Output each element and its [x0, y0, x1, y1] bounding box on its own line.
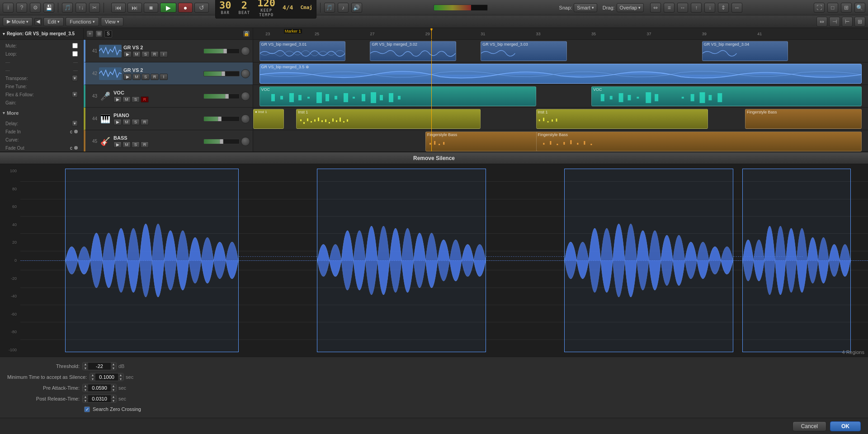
tuner-btn[interactable]: 🎵 — [324, 3, 335, 13]
delay-dropdown[interactable] — [72, 120, 78, 127]
save-btn[interactable]: 💾 — [43, 3, 54, 13]
region-41-4[interactable]: GR VS_bip merged_3.04 — [702, 41, 788, 61]
fit-btn[interactable]: ⇔ — [816, 17, 827, 27]
flex-btn[interactable]: ⇔ — [650, 3, 661, 13]
view-btn[interactable]: View — [101, 17, 123, 26]
track-45-pan[interactable] — [241, 137, 250, 146]
region-43-1[interactable]: VOC — [259, 86, 536, 106]
cycle-btn[interactable]: ↺ — [194, 3, 209, 13]
min-time-up[interactable]: ▲ — [90, 373, 95, 377]
track-44-pan[interactable] — [241, 114, 250, 123]
flex-follow-dropdown[interactable] — [72, 91, 78, 98]
track-41-volume[interactable] — [203, 48, 240, 54]
track-41-input[interactable]: I — [160, 51, 168, 57]
track-43-record[interactable]: R — [141, 96, 149, 103]
region-41-1[interactable]: GR VS_bip merged_3.01 — [259, 41, 345, 61]
track-45-lane[interactable]: Fingerstyle Bass Fingerstyle Bass — [253, 130, 868, 152]
track-43-solo[interactable]: S — [132, 96, 140, 103]
post-release-input[interactable] — [88, 396, 111, 401]
join-btn[interactable]: ⊢ — [842, 17, 853, 27]
window-btn[interactable]: □ — [827, 3, 838, 13]
snap-dropdown[interactable]: Smart — [574, 3, 597, 12]
region-43-2[interactable]: VOC — [591, 86, 862, 106]
transpose-dropdown[interactable] — [72, 75, 78, 81]
region-42-main[interactable]: GR VS_bip merged_3.5 ⊕ — [259, 64, 862, 84]
region-41-2[interactable]: GR VS_bip merged_3.02 — [370, 41, 456, 61]
record-btn[interactable]: ● — [178, 3, 193, 13]
loop-checkbox[interactable] — [72, 51, 78, 57]
region-44-2[interactable]: Inst 1 — [536, 109, 708, 129]
track-41-mute[interactable]: M — [132, 51, 141, 57]
track-42-record[interactable]: R — [151, 74, 159, 80]
track-45-solo[interactable]: S — [132, 142, 140, 148]
pre-attack-spinner[interactable]: ▲ ▼ ▲ ▼ — [82, 384, 117, 392]
expand-btn[interactable]: ⇕ — [718, 3, 729, 13]
track-44-record[interactable]: R — [141, 119, 149, 125]
region-41-3[interactable]: GR VS_bip merged_3.03 — [481, 41, 566, 61]
threshold-up[interactable]: ▲ — [83, 362, 88, 366]
region-44-0[interactable]: ● Inst 1 — [253, 109, 284, 129]
tune-btn[interactable]: ↑↓ — [75, 3, 86, 13]
track-42-power[interactable]: ▶ — [123, 74, 132, 80]
ok-btn[interactable]: OK — [830, 421, 861, 431]
nudge-btn[interactable]: ↔ — [677, 3, 688, 13]
threshold-arrows2[interactable]: ▲ ▼ — [111, 362, 116, 370]
pre-attack-arrows[interactable]: ▲ ▼ — [83, 384, 88, 392]
track-44-mute[interactable]: M — [123, 119, 131, 125]
min-time-input[interactable] — [95, 374, 118, 380]
min-time-down[interactable]: ▼ — [90, 377, 95, 381]
mute-checkbox[interactable] — [72, 43, 78, 48]
arrow-down-btn[interactable]: ↓ — [704, 3, 715, 13]
post-release-up[interactable]: ▲ — [83, 395, 88, 399]
arrow-up-btn[interactable]: ↑ — [691, 3, 702, 13]
pre-attack-input[interactable] — [88, 385, 111, 391]
lock-btn[interactable]: 🔒 — [243, 30, 250, 38]
track-41-power[interactable]: ▶ — [123, 51, 132, 57]
region-44-3[interactable]: Fingerstyle Bass — [745, 109, 862, 129]
track-41-pan[interactable] — [241, 47, 250, 56]
track-45-volume[interactable] — [203, 139, 240, 144]
edit-btn[interactable]: Edit — [43, 17, 64, 26]
region-45-2[interactable]: Fingerstyle Bass — [536, 132, 862, 151]
post-release-down2[interactable]: ▼ — [111, 399, 116, 403]
track-45-mute[interactable]: M — [123, 142, 131, 148]
track-43-power[interactable]: ▶ — [113, 96, 122, 103]
threshold-spinner[interactable]: ▲ ▼ ▲ ▼ — [82, 362, 117, 370]
fast-forward-btn[interactable]: ⏭ — [127, 3, 142, 13]
pre-attack-down[interactable]: ▼ — [83, 388, 88, 392]
stop-btn[interactable]: ■ — [144, 3, 158, 13]
metronome-btn[interactable]: 🎵 — [62, 3, 73, 13]
post-release-down[interactable]: ▼ — [83, 399, 88, 403]
track-42-solo[interactable]: S — [142, 74, 150, 80]
split-btn[interactable]: ⊣ — [829, 17, 840, 27]
track-41-lane[interactable]: GR VS_bip merged_3.01 GR VS_bip merged_3… — [253, 40, 868, 62]
track-43-volume[interactable] — [203, 94, 240, 99]
functions-btn[interactable]: Functions — [66, 17, 99, 26]
back-btn[interactable]: ◀ — [34, 18, 42, 25]
track-43-lane[interactable]: VOC — [253, 85, 868, 108]
pre-attack-up[interactable]: ▲ — [83, 384, 88, 388]
settings-btn[interactable]: ⚙ — [30, 3, 41, 13]
min-time-spinner[interactable]: ▲ ▼ ▲ ▼ — [90, 373, 124, 381]
track-44-lane[interactable]: ● Inst 1 Inst 1 — [253, 108, 868, 130]
threshold-down[interactable]: ▼ — [83, 366, 88, 370]
post-release-spinner[interactable]: ▲ ▼ ▲ ▼ — [82, 395, 117, 403]
track-42-lane[interactable]: GR VS_bip merged_3.5 ⊕ — [253, 62, 868, 85]
track-44-power[interactable]: ▶ — [113, 119, 122, 125]
post-release-arrows[interactable]: ▲ ▼ — [83, 395, 88, 403]
piano-btn[interactable]: ♪ — [338, 3, 349, 13]
threshold-arrows[interactable]: ▲ ▼ — [83, 362, 88, 370]
track-45-record[interactable]: R — [141, 142, 149, 148]
add-track-btn[interactable]: + — [86, 30, 94, 38]
track-43-mute[interactable]: M — [123, 96, 131, 103]
threshold-up2[interactable]: ▲ — [111, 362, 116, 366]
track-options-btn[interactable]: ⊞ — [95, 30, 103, 38]
min-time-down2[interactable]: ▼ — [118, 377, 123, 381]
track-42-mute[interactable]: M — [132, 74, 141, 80]
fade-in-toggle[interactable] — [74, 130, 78, 133]
pre-attack-down2[interactable]: ▼ — [111, 388, 116, 392]
min-time-arrows[interactable]: ▲ ▼ — [90, 373, 95, 381]
more-section[interactable]: More — [0, 108, 83, 118]
track-42-pan[interactable] — [241, 69, 250, 78]
track-44-solo[interactable]: S — [132, 119, 140, 125]
